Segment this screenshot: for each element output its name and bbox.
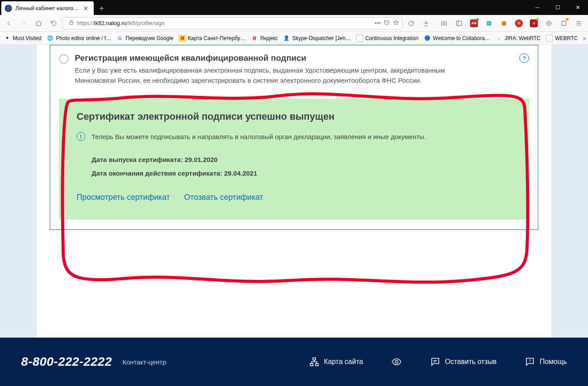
nav-forward-button[interactable] xyxy=(18,17,30,29)
devtools-icon[interactable] xyxy=(542,17,555,29)
help-icon[interactable]: ? xyxy=(519,53,529,63)
svg-rect-4 xyxy=(487,21,492,26)
stylus-icon[interactable] xyxy=(482,17,496,29)
footer-help-link[interactable]: ? Помощь xyxy=(525,357,567,367)
downloads-button[interactable] xyxy=(420,17,432,29)
revoke-certificate-link[interactable]: Отозвать сертификат xyxy=(184,193,263,202)
page-content: Регистрация имеющейся квалифицированной … xyxy=(37,45,551,338)
chat-icon xyxy=(430,357,441,367)
page-viewport: Регистрация имеющейся квалифицированной … xyxy=(0,45,588,386)
footer-phone: 8-800-222-2222 xyxy=(21,355,112,369)
bookmark-collabora[interactable]: 🔵Welcome to Collabora… xyxy=(424,35,490,42)
adblock-icon[interactable]: AB xyxy=(467,17,481,29)
svg-text:?: ? xyxy=(529,359,531,363)
menu-icon[interactable] xyxy=(572,17,585,29)
expire-date: Дата окончания действия сертификата: 29.… xyxy=(92,169,511,177)
svg-point-5 xyxy=(502,21,507,26)
tab-close-button[interactable]: ✕ xyxy=(81,5,90,12)
option-title: Регистрация имеющейся квалифицированной … xyxy=(75,53,513,63)
footer-sitemap-link[interactable]: Карта сайта xyxy=(309,357,363,367)
bookmark-google-translate[interactable]: GПереводчик Google xyxy=(117,35,174,42)
bookmark-star-icon[interactable] xyxy=(393,19,399,27)
bookmark-webrtc[interactable]: WEBRTC xyxy=(546,35,578,42)
radio-unselected-icon[interactable] xyxy=(59,54,69,64)
browser-navbar: https://lkfl2.nalog.ru/lkfl/profile/sign… xyxy=(0,15,588,32)
ublock-icon[interactable]: u xyxy=(527,17,540,29)
library-icon[interactable] xyxy=(437,17,451,29)
toolbar-extensions: AB O u xyxy=(435,17,585,29)
site-footer: 8-800-222-2222 Контакт-центр Карта сайта… xyxy=(0,338,588,386)
foxyproxy-icon[interactable] xyxy=(497,17,511,29)
svg-rect-10 xyxy=(310,364,313,366)
address-actions: ••• xyxy=(375,19,399,27)
new-tab-button[interactable]: ＋ xyxy=(96,2,108,14)
tab-favicon xyxy=(5,5,12,12)
help-chat-icon: ? xyxy=(525,357,535,367)
bookmark-jira[interactable]: ⬨JIRA: WebRTC xyxy=(495,35,540,42)
reader-icon[interactable]: ••• xyxy=(375,20,381,26)
bookmark-ci[interactable]: Continuous Integration xyxy=(356,35,419,42)
eye-icon xyxy=(391,357,402,367)
success-title: Сертификат электронной подписи успешно в… xyxy=(77,111,511,122)
bookmark-photo-editor[interactable]: 🌐Photo editor online / f… xyxy=(47,35,111,42)
issue-date: Дата выпуска сертификата: 29.01.2020 xyxy=(92,156,511,163)
window-minimize-button[interactable]: ─ xyxy=(527,0,548,15)
sitemap-icon xyxy=(309,357,320,367)
bookmark-spb-map[interactable]: ЯКарта Санкт-Петербу… xyxy=(179,35,246,42)
bookmark-yandex[interactable]: ЯЯндекс xyxy=(251,35,278,42)
puzzle-icon[interactable] xyxy=(557,17,570,29)
svg-rect-2 xyxy=(70,22,73,24)
certificate-dates: Дата выпуска сертификата: 29.01.2020 Дат… xyxy=(92,156,511,177)
footer-view-link[interactable] xyxy=(391,357,402,367)
svg-point-0 xyxy=(6,6,11,11)
signature-card: Регистрация имеющейся квалифицированной … xyxy=(50,45,538,230)
svg-rect-9 xyxy=(313,358,316,360)
opera-icon[interactable]: O xyxy=(512,17,526,29)
register-existing-option[interactable]: Регистрация имеющейся квалифицированной … xyxy=(59,53,529,85)
pocket-icon[interactable] xyxy=(383,19,390,27)
bookmark-most-visited[interactable]: ✦Most Visited xyxy=(4,35,41,42)
footer-feedback-link[interactable]: Оставить отзыв xyxy=(430,357,496,367)
window-titlebar: Личный кабинет налогоплате ✕ ＋ ─ ☐ ✕ xyxy=(0,0,588,15)
tab-title: Личный кабинет налогоплате xyxy=(15,5,81,11)
nav-home-button[interactable] xyxy=(33,17,45,29)
svg-point-6 xyxy=(548,22,550,24)
success-info-row: ! Теперь Вы можете подписывать и направл… xyxy=(77,132,511,141)
footer-contact-label: Контакт-центр xyxy=(122,358,166,366)
window-maximize-button[interactable]: ☐ xyxy=(548,0,568,15)
svg-point-7 xyxy=(547,21,551,26)
sidebar-icon[interactable] xyxy=(452,17,466,29)
bookmarks-bar: ✦Most Visited 🌐Photo editor online / f… … xyxy=(0,32,588,45)
info-icon: ! xyxy=(77,132,85,141)
window-controls: ─ ☐ ✕ xyxy=(527,0,588,15)
view-certificate-link[interactable]: Просмотреть сертификат xyxy=(77,193,170,202)
svg-point-12 xyxy=(395,360,398,363)
window-close-button[interactable]: ✕ xyxy=(568,0,588,15)
url-text: https://lkfl2.nalog.ru/lkfl/profile/sign xyxy=(77,20,372,26)
svg-rect-11 xyxy=(316,364,318,366)
nav-reload-button[interactable] xyxy=(48,17,60,29)
svg-rect-8 xyxy=(562,21,566,25)
lock-icon xyxy=(68,19,74,27)
svg-rect-3 xyxy=(456,21,462,26)
address-bar[interactable]: https://lkfl2.nalog.ru/lkfl/profile/sign… xyxy=(62,17,402,29)
nav-back-button[interactable] xyxy=(3,17,15,29)
nav-refresh2-button[interactable] xyxy=(405,17,417,29)
success-info-text: Теперь Вы можете подписывать и направлят… xyxy=(92,133,426,140)
certificate-actions: Просмотреть сертификат Отозвать сертифик… xyxy=(77,193,511,202)
tab-strip: Личный кабинет налогоплате ✕ ＋ xyxy=(0,0,108,15)
bookmarks-overflow-icon[interactable]: » xyxy=(583,35,586,41)
option-description: Если у Вас уже есть квалифицированная эл… xyxy=(75,66,480,85)
success-panel: Сертификат электронной подписи успешно в… xyxy=(59,99,529,220)
browser-tab[interactable]: Личный кабинет налогоплате ✕ xyxy=(1,1,94,15)
bookmark-skype[interactable]: 👤Skype-Dispatcher [Jen… xyxy=(283,35,351,42)
